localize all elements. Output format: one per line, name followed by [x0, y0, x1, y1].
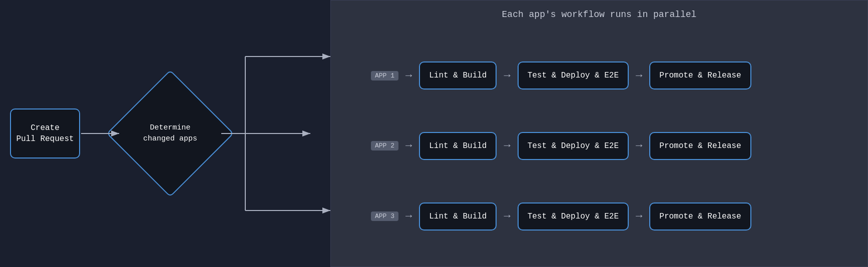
arrow-app3-step3: → [636, 210, 642, 222]
diamond-wrapper: Determine changed apps [120, 84, 220, 184]
arrow-app2-step2: → [504, 140, 510, 152]
diamond-label: Determine changed apps [138, 122, 203, 145]
rows-container: APP 1 → Lint & Build → Test & Deploy & E… [331, 10, 867, 266]
app2-label: APP 2 [371, 141, 398, 150]
app-row-2: APP 2 → Lint & Build → Test & Deploy & E… [371, 132, 751, 160]
create-pr-box: Create Pull Request [10, 108, 80, 158]
promote-2: Promote & Release [649, 132, 751, 160]
test-deploy-3: Test & Deploy & E2E [518, 202, 629, 230]
app-row-3: APP 3 → Lint & Build → Test & Deploy & E… [371, 202, 751, 230]
app3-label: APP 3 [371, 212, 398, 221]
arrow-app2-step3: → [636, 140, 642, 152]
arrow-app1-step3: → [636, 70, 642, 82]
arrow-app3-step2: → [504, 210, 510, 222]
diagram-container: Create Pull Request Determine changed ap… [0, 0, 868, 267]
lint-build-1: Lint & Build [419, 62, 497, 90]
app1-label: APP 1 [371, 71, 398, 80]
parallel-label: Each app's workflow runs in parallel [502, 10, 697, 20]
lint-build-3: Lint & Build [419, 202, 497, 230]
right-section: Each app's workflow runs in parallel APP… [330, 0, 868, 267]
arrow-app2-step1: → [405, 140, 412, 152]
lint-build-2: Lint & Build [419, 132, 497, 160]
arrow-app1-step2: → [504, 70, 510, 82]
promote-3: Promote & Release [649, 202, 751, 230]
arrow-app1-step1: → [405, 70, 412, 82]
promote-1: Promote & Release [649, 62, 751, 90]
arrow-app3-step1: → [405, 210, 412, 222]
create-pr-label: Create Pull Request [16, 122, 74, 145]
test-deploy-2: Test & Deploy & E2E [518, 132, 629, 160]
left-section: Create Pull Request Determine changed ap… [0, 0, 330, 267]
app-row-1: APP 1 → Lint & Build → Test & Deploy & E… [371, 62, 751, 90]
test-deploy-1: Test & Deploy & E2E [518, 62, 629, 90]
